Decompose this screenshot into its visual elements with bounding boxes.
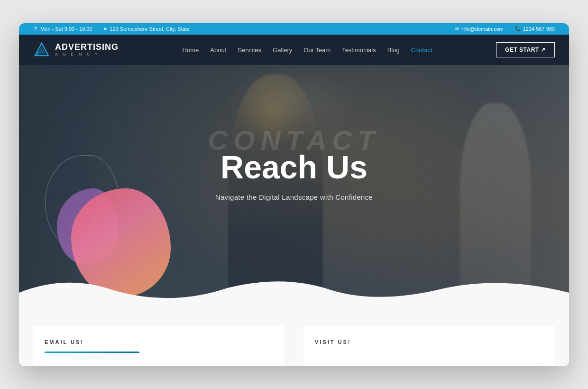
wave-container (19, 274, 569, 312)
logo-subtitle: A G E N C Y (55, 52, 119, 56)
nav-links: Home About Services Gallery Our Team Tes… (183, 46, 432, 54)
location-icon: ➤ (103, 26, 107, 31)
hero-subtitle: Navigate the Digital Landscape with Conf… (19, 193, 569, 201)
browser-frame: ⏱ Mon - Sat 9.00 - 18.00 ➤ 123 Somewhere… (19, 23, 569, 366)
get-start-button[interactable]: GET START ↗ (496, 42, 555, 57)
nav-blog[interactable]: Blog (387, 46, 400, 54)
info-bar-left: ⏱ Mon - Sat 9.00 - 18.00 ➤ 123 Somewhere… (33, 26, 190, 32)
navbar: ADVERTISING A G E N C Y Home About Servi… (19, 35, 569, 65)
phone-text: 1234 567 980 (523, 26, 555, 32)
bottom-section: EMAIL US! VISIT US! (19, 312, 569, 366)
email-card: EMAIL US! (33, 326, 285, 366)
email-info: ✉ info@domain.com (455, 26, 504, 32)
nav-about[interactable]: About (210, 46, 226, 54)
address-info: ➤ 123 Somewhere Street, City, State (103, 26, 190, 32)
nav-home[interactable]: Home (183, 46, 199, 54)
info-bar-right: ✉ info@domain.com 📞 1234 567 980 (455, 26, 555, 32)
logo-title: ADVERTISING (55, 43, 119, 52)
email-icon: ✉ (455, 26, 459, 31)
email-input-line (45, 352, 139, 353)
clock-icon: ⏱ (33, 26, 38, 31)
phone-icon: 📞 (515, 26, 521, 31)
phone-info: 📞 1234 567 980 (515, 26, 555, 32)
hero-section: CONTACT Reach Us Navigate the Digital La… (19, 65, 569, 312)
logo-text: ADVERTISING A G E N C Y (55, 43, 119, 57)
address-text: 123 Somewhere Street, City, State (110, 26, 190, 32)
nav-our-team[interactable]: Our Team (303, 46, 331, 54)
nav-services[interactable]: Services (238, 46, 261, 54)
nav-contact[interactable]: Contact (411, 46, 432, 54)
nav-gallery[interactable]: Gallery (273, 46, 292, 54)
hero-content: CONTACT Reach Us Navigate the Digital La… (19, 65, 569, 202)
hours-text: Mon - Sat 9.00 - 18.00 (40, 26, 92, 32)
hours-info: ⏱ Mon - Sat 9.00 - 18.00 (33, 26, 92, 32)
logo: ADVERTISING A G E N C Y (33, 41, 119, 58)
visit-card-label: VISIT US! (315, 339, 543, 345)
nav-testimonials[interactable]: Testimonials (342, 46, 376, 54)
info-bar: ⏱ Mon - Sat 9.00 - 18.00 ➤ 123 Somewhere… (19, 23, 569, 35)
email-card-label: EMAIL US! (45, 339, 273, 345)
logo-icon (33, 41, 50, 58)
email-text: info@domain.com (461, 26, 504, 32)
hero-title: Reach Us (19, 149, 569, 185)
visit-card: VISIT US! (303, 326, 555, 366)
